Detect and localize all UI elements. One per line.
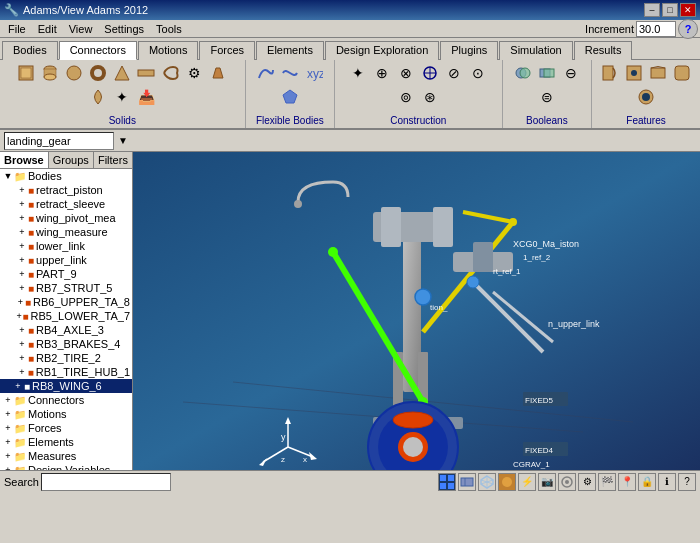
solid-revolve-icon[interactable] bbox=[87, 86, 109, 108]
feat-icon1[interactable] bbox=[599, 62, 621, 84]
status-icon-lock[interactable]: 🔒 bbox=[638, 473, 656, 491]
tree-rb1-hub[interactable]: + ■ RB1_TIRE_HUB_1 bbox=[0, 365, 132, 379]
toggle-rb3-brakes[interactable]: + bbox=[16, 339, 28, 349]
status-icon-view[interactable] bbox=[458, 473, 476, 491]
tab-design-exploration[interactable]: Design Exploration bbox=[325, 41, 439, 60]
status-icon-settings1[interactable] bbox=[558, 473, 576, 491]
tree-part9[interactable]: + ■ PART_9 bbox=[0, 267, 132, 281]
tab-elements[interactable]: Elements bbox=[256, 41, 324, 60]
maximize-button[interactable]: □ bbox=[662, 3, 678, 17]
tree-retract-sleeve[interactable]: + ■ retract_sleeve bbox=[0, 197, 132, 211]
toggle-retract-piston[interactable]: + bbox=[16, 185, 28, 195]
features-label[interactable]: Features bbox=[626, 115, 665, 126]
toggle-rb8-wing[interactable]: + bbox=[12, 381, 24, 391]
bool-icon4[interactable]: ⊜ bbox=[536, 86, 558, 108]
const-icon1[interactable]: ✦ bbox=[347, 62, 369, 84]
flex-icon1[interactable] bbox=[255, 62, 277, 84]
status-icon-marker[interactable]: 📍 bbox=[618, 473, 636, 491]
tree-motions[interactable]: + 📁 Motions bbox=[0, 407, 132, 421]
tree-rb6-upper[interactable]: + ■ RB6_UPPER_TA_8 bbox=[0, 295, 132, 309]
toggle-rb1-hub[interactable]: + bbox=[16, 367, 28, 377]
menu-tools[interactable]: Tools bbox=[150, 22, 188, 36]
tab-bodies[interactable]: Bodies bbox=[2, 41, 58, 60]
solid-imported-icon[interactable]: 📥 bbox=[135, 86, 157, 108]
const-icon7[interactable]: ⊚ bbox=[395, 86, 417, 108]
status-icon-camera[interactable]: 📷 bbox=[538, 473, 556, 491]
flexible-label[interactable]: Flexible Bodies bbox=[256, 115, 324, 126]
toggle-rb4-axle[interactable]: + bbox=[16, 325, 28, 335]
tree-rb2-tire[interactable]: + ■ RB2_TIRE_2 bbox=[0, 351, 132, 365]
solid-cylinder-icon[interactable] bbox=[39, 62, 61, 84]
tab-forces[interactable]: Forces bbox=[199, 41, 255, 60]
tree-rb4-axle[interactable]: + ■ RB4_AXLE_3 bbox=[0, 323, 132, 337]
toggle-lower-link[interactable]: + bbox=[16, 241, 28, 251]
tree-upper-link[interactable]: + ■ upper_link bbox=[0, 253, 132, 267]
toggle-design-vars[interactable]: + bbox=[2, 465, 14, 470]
flex-icon2[interactable] bbox=[279, 62, 301, 84]
toggle-elements[interactable]: + bbox=[2, 437, 14, 447]
bool-icon1[interactable] bbox=[512, 62, 534, 84]
help-button[interactable]: ? bbox=[678, 19, 698, 39]
dropdown-icon[interactable]: ▼ bbox=[118, 135, 128, 146]
increment-input[interactable] bbox=[636, 21, 676, 37]
tab-connectors[interactable]: Connectors bbox=[59, 41, 137, 60]
tab-results[interactable]: Results bbox=[574, 41, 633, 60]
solid-link-icon[interactable] bbox=[159, 62, 181, 84]
tree-elements[interactable]: + 📁 Elements bbox=[0, 435, 132, 449]
menu-view[interactable]: View bbox=[63, 22, 99, 36]
status-icon-settings2[interactable]: ⚙ bbox=[578, 473, 596, 491]
toggle-bodies[interactable]: ▼ bbox=[2, 171, 14, 181]
toggle-wing-pivot[interactable]: + bbox=[16, 213, 28, 223]
model-input[interactable] bbox=[4, 132, 114, 150]
const-icon2[interactable]: ⊕ bbox=[371, 62, 393, 84]
construction-label[interactable]: Construction bbox=[390, 115, 446, 126]
tree-wing-pivot[interactable]: + ■ wing_pivot_mea bbox=[0, 211, 132, 225]
const-icon5[interactable]: ⊘ bbox=[443, 62, 465, 84]
feat-icon3[interactable] bbox=[647, 62, 669, 84]
flex-icon3[interactable]: xyz bbox=[303, 62, 325, 84]
solid-sphere-icon[interactable] bbox=[63, 62, 85, 84]
menu-edit[interactable]: Edit bbox=[32, 22, 63, 36]
bool-icon3[interactable]: ⊖ bbox=[560, 62, 582, 84]
tree-forces[interactable]: + 📁 Forces bbox=[0, 421, 132, 435]
feat-icon4[interactable] bbox=[671, 62, 693, 84]
close-button[interactable]: ✕ bbox=[680, 3, 696, 17]
booleans-label[interactable]: Booleans bbox=[526, 115, 568, 126]
toggle-part9[interactable]: + bbox=[16, 269, 28, 279]
menu-file[interactable]: File bbox=[2, 22, 32, 36]
toggle-motions[interactable]: + bbox=[2, 409, 14, 419]
feat-icon5[interactable] bbox=[635, 86, 657, 108]
status-icon-question[interactable]: ? bbox=[678, 473, 696, 491]
toggle-retract-sleeve[interactable]: + bbox=[16, 199, 28, 209]
const-icon8[interactable]: ⊛ bbox=[419, 86, 441, 108]
tree-retract-piston[interactable]: + ■ retract_piston bbox=[0, 183, 132, 197]
bool-icon2[interactable] bbox=[536, 62, 558, 84]
tree-measures[interactable]: + 📁 Measures bbox=[0, 449, 132, 463]
status-icon-render[interactable] bbox=[498, 473, 516, 491]
tree-rb7-strut[interactable]: + ■ RB7_STRUT_5 bbox=[0, 281, 132, 295]
toggle-upper-link[interactable]: + bbox=[16, 255, 28, 265]
solid-box-icon[interactable] bbox=[15, 62, 37, 84]
status-icon-flag[interactable]: 🏁 bbox=[598, 473, 616, 491]
solid-plate-icon[interactable] bbox=[135, 62, 157, 84]
solids-label[interactable]: Solids bbox=[109, 115, 136, 126]
flex-icon4[interactable] bbox=[279, 86, 301, 108]
const-icon6[interactable]: ⊙ bbox=[467, 62, 489, 84]
search-input[interactable] bbox=[41, 473, 171, 491]
feat-icon2[interactable] bbox=[623, 62, 645, 84]
viewport[interactable]: landing_gear bbox=[133, 152, 700, 470]
tab-plugins[interactable]: Plugins bbox=[440, 41, 498, 60]
tree-rb3-brakes[interactable]: + ■ RB3_BRAKES_4 bbox=[0, 337, 132, 351]
toggle-rb2-tire[interactable]: + bbox=[16, 353, 28, 363]
tree-connectors[interactable]: + 📁 Connectors bbox=[0, 393, 132, 407]
tree-bodies-root[interactable]: ▼ 📁 Bodies bbox=[0, 169, 132, 183]
toggle-connectors[interactable]: + bbox=[2, 395, 14, 405]
const-icon4[interactable] bbox=[419, 62, 441, 84]
solid-extrude-icon[interactable] bbox=[207, 62, 229, 84]
const-icon3[interactable]: ⊗ bbox=[395, 62, 417, 84]
tree-wing-measure[interactable]: + ■ wing_measure bbox=[0, 225, 132, 239]
solid-torus-icon[interactable] bbox=[87, 62, 109, 84]
toggle-wing-measure[interactable]: + bbox=[16, 227, 28, 237]
tab-motions[interactable]: Motions bbox=[138, 41, 199, 60]
tab-simulation[interactable]: Simulation bbox=[499, 41, 572, 60]
